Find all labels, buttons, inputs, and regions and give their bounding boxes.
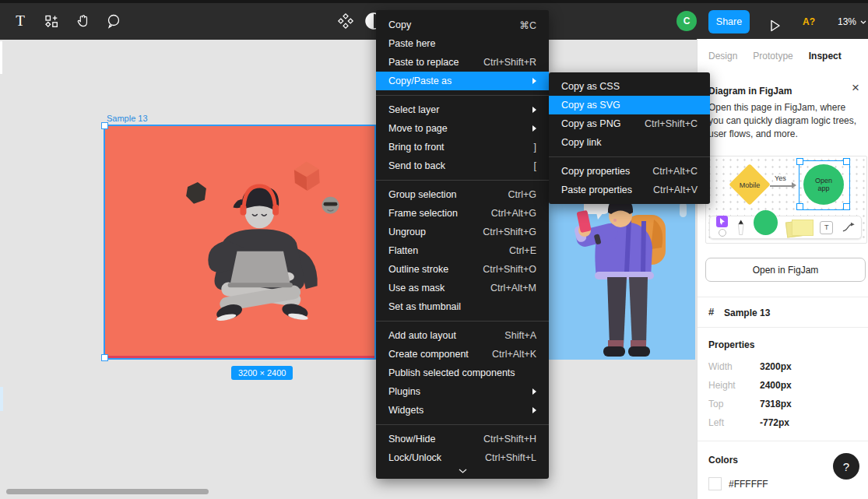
property-label: Top [708, 399, 723, 409]
menu-item-label: Flatten [388, 245, 418, 256]
menu-item-group-selection[interactable]: Group selectionCtrl+G [376, 185, 549, 204]
menu-item-shortcut: Ctrl+Alt+K [492, 349, 536, 360]
menu-item-outline-stroke[interactable]: Outline strokeCtrl+Shift+O [376, 260, 549, 279]
menu-item-show-hide[interactable]: Show/HideCtrl+Shift+H [376, 430, 549, 448]
menu-item-label: Show/Hide [388, 434, 435, 445]
menu-item-add-auto-layout[interactable]: Add auto layoutShift+A [376, 326, 549, 345]
menu-item-label: Ungroup [388, 227, 426, 237]
menu-item-move-to-page[interactable]: Move to page [376, 119, 549, 138]
menu-separator [376, 95, 549, 96]
panel-divider [698, 297, 868, 297]
menu-item-paste-to-replace[interactable]: Paste to replaceCtrl+Shift+R [376, 53, 549, 72]
menu-item-use-as-mask[interactable]: Use as maskCtrl+Alt+M [376, 279, 549, 297]
menu-item-label: Copy [388, 19, 411, 30]
menu-separator [376, 321, 549, 322]
menu-item-label: Add auto layout [388, 330, 456, 341]
menu-item-shortcut: Ctrl+Alt+M [490, 283, 536, 293]
figjam-toolbar-strip: T [709, 216, 862, 239]
menu-item-shortcut: Ctrl+Shift+G [483, 227, 536, 237]
menu-item-copy-paste-as[interactable]: Copy/Paste as [376, 72, 549, 90]
menu-item-copy[interactable]: Copy⌘C [376, 16, 549, 34]
menu-item-shortcut: Ctrl+Shift+O [483, 264, 536, 275]
figjam-handle [843, 203, 850, 210]
text-shape-icon: T [820, 221, 832, 234]
property-label: Width [708, 361, 733, 372]
menu-item-frame-selection[interactable]: Frame selectionCtrl+Alt+G [376, 204, 549, 223]
menu-item-copy-as-svg[interactable]: Copy as SVG [549, 96, 710, 114]
figjam-diamonds-icon [337, 12, 354, 30]
open-in-figjam-button[interactable]: Open in FigJam [705, 258, 866, 282]
panel-tabs: Design Prototype Inspect [708, 51, 842, 61]
window-edge [0, 0, 868, 3]
menu-item-shortcut: Ctrl+G [508, 189, 536, 200]
menu-item-label: Set as thumbnail [388, 301, 461, 312]
menu-item-paste-here[interactable]: Paste here [376, 34, 549, 53]
menu-item-set-as-thumbnail[interactable]: Set as thumbnail [376, 297, 549, 316]
menu-item-widgets[interactable]: Widgets [376, 401, 549, 420]
tab-design[interactable]: Design [708, 51, 737, 61]
comment-tool-button[interactable] [100, 7, 128, 35]
properties-heading: Properties [708, 339, 754, 350]
menu-item-label: Paste here [388, 38, 435, 49]
tab-prototype[interactable]: Prototype [753, 51, 792, 61]
menu-item-plugins[interactable]: Plugins [376, 382, 549, 401]
menu-item-publish-selected-components[interactable]: Publish selected components [376, 364, 549, 382]
menu-item-select-layer[interactable]: Select layer [376, 100, 549, 119]
menu-item-label: Bring to front [388, 142, 445, 153]
help-button[interactable]: ? [833, 453, 859, 480]
menu-item-create-component[interactable]: Create componentCtrl+Alt+K [376, 345, 549, 364]
marker-pen-icon [736, 219, 745, 236]
frame-name-label[interactable]: Sample 13 [107, 114, 148, 123]
figjam-card-title: Diagram in FigJam [708, 86, 792, 97]
share-button[interactable]: Share [708, 10, 750, 33]
figjam-card-description: Open this page in FigJam, where you can … [708, 101, 863, 141]
menu-item-flatten[interactable]: FlattenCtrl+E [376, 241, 549, 260]
zoom-menu-button[interactable]: 13% [838, 16, 866, 27]
menu-item-shortcut: ] [534, 142, 536, 153]
canvas-left-marker [0, 387, 3, 411]
inspect-panel: Design Prototype Inspect Diagram in FigJ… [697, 39, 868, 499]
a11y-check-button[interactable]: A? [803, 16, 815, 27]
menu-item-label: Create component [388, 349, 469, 360]
figjam-button[interactable] [332, 7, 360, 35]
menu-item-label: Copy as CSS [561, 81, 620, 92]
menu-item-paste-properties[interactable]: Paste propertiesCtrl+Alt+V [549, 181, 710, 199]
menu-item-copy-properties[interactable]: Copy propertiesCtrl+Alt+C [549, 162, 710, 181]
horizontal-scrollbar[interactable] [6, 489, 209, 494]
menu-item-ungroup[interactable]: UngroupCtrl+Shift+G [376, 223, 549, 241]
panel-divider [698, 327, 868, 328]
tab-inspect[interactable]: Inspect [809, 51, 842, 61]
color-swatch-white[interactable] [708, 477, 722, 490]
user-avatar[interactable]: C [676, 11, 697, 31]
text-tool-button[interactable]: T [6, 7, 34, 35]
menu-item-send-to-back[interactable]: Send to back[ [376, 156, 549, 175]
property-value: 7318px [760, 399, 792, 409]
panel-divider [698, 441, 868, 441]
close-icon[interactable]: × [848, 80, 863, 96]
resources-tool-button[interactable] [37, 7, 65, 35]
resources-icon [44, 13, 59, 29]
menu-item-shortcut: [ [534, 160, 536, 171]
menu-item-shortcut: Ctrl+Alt+V [653, 184, 698, 195]
frame-sample-13[interactable] [104, 125, 376, 360]
menu-item-copy-link[interactable]: Copy link [549, 133, 710, 152]
menu-scroll-more[interactable] [376, 467, 549, 473]
canvas-edge-strip [0, 41, 2, 74]
property-value: 2400px [760, 380, 792, 391]
menu-item-copy-as-css[interactable]: Copy as CSS [549, 77, 710, 96]
frame-inner-edge [105, 356, 374, 358]
hand-tool-icon [75, 13, 90, 29]
menu-item-copy-as-png[interactable]: Copy as PNGCtrl+Shift+C [549, 114, 710, 133]
hand-tool-button[interactable] [69, 7, 97, 35]
mini-hand-icon [719, 229, 726, 237]
selection-handle-top-left[interactable] [101, 122, 108, 129]
play-icon [770, 19, 781, 32]
copy-paste-as-submenu: Copy as CSS Copy as SVG Copy as PNGCtrl+… [549, 72, 710, 204]
color-value: #FFFFFF [729, 479, 768, 490]
selection-handle-bottom-left[interactable] [101, 354, 108, 361]
present-button[interactable] [761, 12, 789, 40]
menu-item-bring-to-front[interactable]: Bring to front] [376, 138, 549, 156]
menu-item-label: Copy/Paste as [388, 76, 452, 86]
menu-item-lock-unlock[interactable]: Lock/UnlockCtrl+Shift+L [376, 448, 549, 467]
menu-item-label: Widgets [388, 405, 423, 416]
